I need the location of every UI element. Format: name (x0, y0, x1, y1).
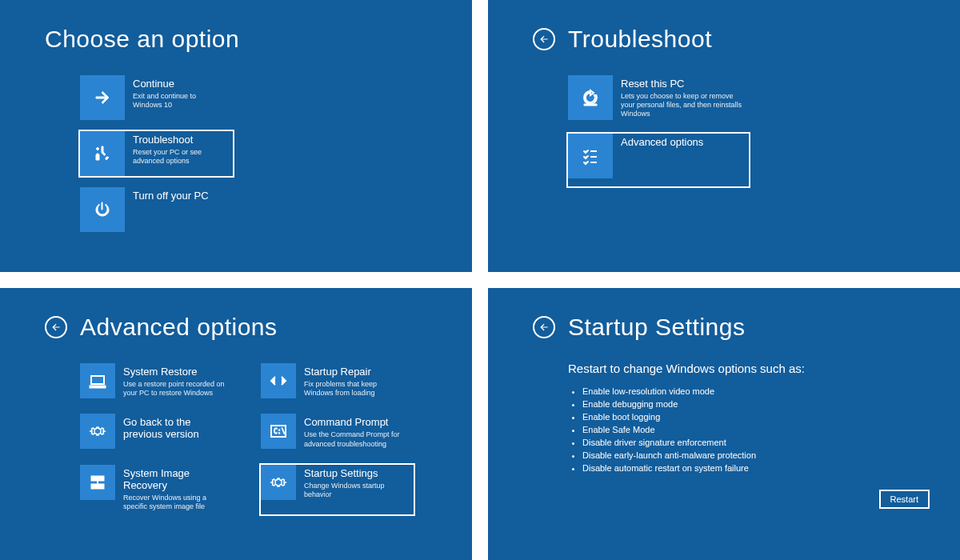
option-desc: Exit and continue to Windows 10 (133, 92, 226, 110)
option-startup-repair[interactable]: Startup Repair Fix problems that keep Wi… (259, 362, 415, 402)
option-text: Startup Settings Change Windows startup … (296, 465, 414, 502)
restart-button[interactable]: Restart (879, 490, 930, 509)
svg-rect-4 (90, 386, 106, 388)
svg-rect-7 (91, 476, 104, 481)
option-startup-settings[interactable]: Startup Settings Change Windows startup … (259, 463, 415, 516)
tools-icon (80, 131, 125, 176)
option-title: Go back to the previous version (123, 417, 226, 441)
option-turn-off[interactable]: Turn off your PC (78, 186, 234, 234)
option-text: Continue Exit and continue to Windows 10 (125, 75, 233, 113)
option-title: Startup Repair (304, 366, 407, 378)
panel-header: Choose an option (45, 26, 440, 53)
bullet-item: Enable boot logging (582, 412, 928, 422)
option-title: System Image Recovery (123, 468, 226, 492)
option-desc: Change Windows startup behavior (304, 482, 407, 500)
startup-settings-screen: Startup Settings Restart to change Windo… (488, 288, 960, 560)
option-go-back[interactable]: Go back to the previous version (78, 412, 234, 453)
bullet-item: Enable debugging mode (582, 399, 928, 409)
option-desc: Reset your PC or see advanced options (133, 148, 226, 166)
option-text: Go back to the previous version (115, 414, 233, 444)
bullet-item: Enable Safe Mode (582, 425, 928, 434)
reset-icon (568, 75, 613, 120)
option-text: System Image Recovery Recover Windows us… (115, 465, 233, 514)
option-system-image-recovery[interactable]: System Image Recovery Recover Windows us… (78, 463, 234, 516)
bullet-item: Disable driver signature enforcement (582, 438, 928, 447)
advanced-options-screen: Advanced options System Restore Use a re… (0, 288, 472, 560)
terminal-icon: C:\ (261, 414, 296, 449)
arrow-left-icon (538, 34, 550, 45)
option-list: Continue Exit and continue to Windows 10… (45, 74, 440, 234)
bullet-item: Enable low-resolution video mode (582, 386, 928, 396)
svg-rect-3 (91, 376, 104, 384)
option-title: Command Prompt (304, 417, 407, 429)
options-bullet-list: Enable low-resolution video mode Enable … (533, 386, 928, 473)
option-text: Advanced options (613, 134, 749, 152)
option-text: Troubleshoot Reset your PC or see advanc… (125, 131, 233, 169)
bullet-item: Disable automatic restart on system fail… (582, 463, 928, 473)
option-desc: Recover Windows using a specific system … (123, 494, 226, 512)
arrow-left-icon (538, 322, 550, 333)
option-system-restore[interactable]: System Restore Use a restore point recor… (78, 362, 234, 402)
option-desc: Use a restore point recorded on your PC … (123, 380, 226, 398)
option-title: Advanced options (621, 137, 742, 149)
checklist-icon (568, 134, 613, 178)
option-title: Continue (133, 78, 226, 90)
page-title: Choose an option (45, 26, 239, 53)
option-text: Startup Repair Fix problems that keep Wi… (296, 363, 414, 401)
code-icon (261, 363, 296, 398)
choose-option-screen: Choose an option Continue Exit and conti… (0, 0, 472, 272)
option-title: Troubleshoot (133, 134, 226, 146)
option-title: Turn off your PC (133, 190, 226, 202)
power-icon (80, 187, 125, 232)
bullet-item: Disable early-launch anti-malware protec… (582, 450, 928, 460)
arrow-right-icon (80, 75, 125, 120)
restore-icon (80, 363, 115, 398)
option-list: Reset this PC Lets you choose to keep or… (533, 74, 928, 188)
back-button[interactable] (533, 316, 555, 338)
option-title: System Restore (123, 366, 226, 378)
option-continue[interactable]: Continue Exit and continue to Windows 10 (78, 74, 234, 122)
option-text: System Restore Use a restore point recor… (115, 363, 233, 401)
option-title: Reset this PC (621, 78, 742, 90)
option-desc: Lets you choose to keep or remove your p… (621, 92, 742, 119)
option-advanced-options[interactable]: Advanced options (566, 132, 750, 188)
back-button[interactable] (45, 316, 67, 338)
page-title: Startup Settings (568, 314, 745, 341)
svg-rect-8 (91, 484, 104, 489)
option-desc: Fix problems that keep Windows from load… (304, 380, 407, 398)
svg-text:C:\: C:\ (274, 428, 286, 435)
page-title: Advanced options (80, 314, 278, 341)
disk-icon (80, 465, 115, 500)
gear-icon (261, 465, 296, 500)
option-text: Command Prompt Use the Command Prompt fo… (296, 414, 414, 451)
option-grid: System Restore Use a restore point recor… (45, 362, 440, 516)
option-command-prompt[interactable]: C:\ Command Prompt Use the Command Promp… (259, 412, 415, 453)
back-button[interactable] (533, 28, 555, 50)
option-reset-pc[interactable]: Reset this PC Lets you choose to keep or… (566, 74, 750, 124)
gear-icon (80, 414, 115, 449)
panel-header: Advanced options (45, 314, 440, 341)
panel-header: Startup Settings (533, 314, 928, 341)
page-title: Troubleshoot (568, 26, 712, 53)
panel-header: Troubleshoot (533, 26, 928, 53)
option-text: Turn off your PC (125, 187, 233, 206)
option-title: Startup Settings (304, 468, 407, 480)
arrow-left-icon (50, 322, 62, 333)
troubleshoot-screen: Troubleshoot Reset this PC Lets you choo… (488, 0, 960, 272)
subheading: Restart to change Windows options such a… (533, 362, 928, 375)
option-desc: Use the Command Prompt for advanced trou… (304, 430, 407, 449)
option-text: Reset this PC Lets you choose to keep or… (613, 75, 749, 122)
option-troubleshoot[interactable]: Troubleshoot Reset your PC or see advanc… (78, 130, 234, 178)
